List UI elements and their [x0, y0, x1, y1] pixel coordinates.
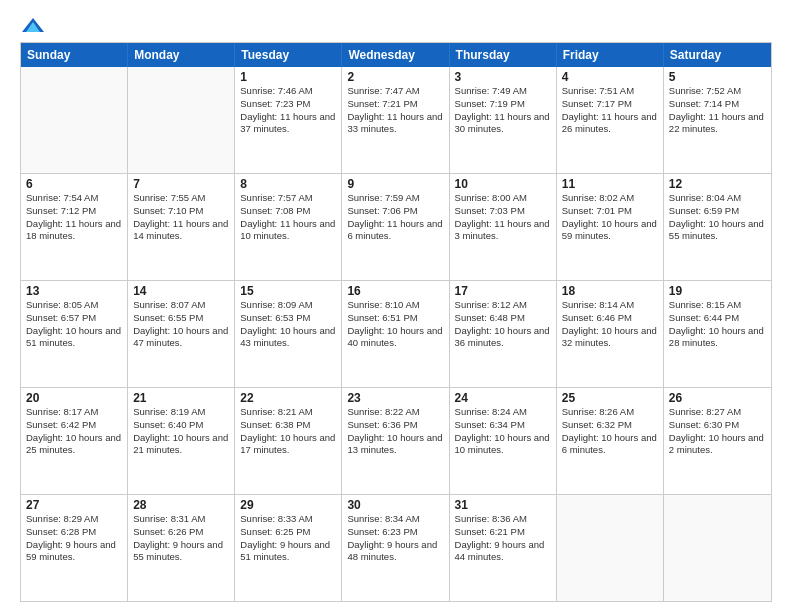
day-info: Sunrise: 8:31 AM Sunset: 6:26 PM Dayligh… — [133, 513, 229, 564]
page: SundayMondayTuesdayWednesdayThursdayFrid… — [0, 0, 792, 612]
calendar-cell: 17Sunrise: 8:12 AM Sunset: 6:48 PM Dayli… — [450, 281, 557, 387]
calendar-cell: 2Sunrise: 7:47 AM Sunset: 7:21 PM Daylig… — [342, 67, 449, 173]
day-number: 6 — [26, 177, 122, 191]
calendar-cell: 15Sunrise: 8:09 AM Sunset: 6:53 PM Dayli… — [235, 281, 342, 387]
day-info: Sunrise: 8:12 AM Sunset: 6:48 PM Dayligh… — [455, 299, 551, 350]
day-info: Sunrise: 8:24 AM Sunset: 6:34 PM Dayligh… — [455, 406, 551, 457]
day-number: 4 — [562, 70, 658, 84]
day-number: 25 — [562, 391, 658, 405]
calendar-body: 1Sunrise: 7:46 AM Sunset: 7:23 PM Daylig… — [21, 67, 771, 601]
day-info: Sunrise: 7:47 AM Sunset: 7:21 PM Dayligh… — [347, 85, 443, 136]
day-info: Sunrise: 7:59 AM Sunset: 7:06 PM Dayligh… — [347, 192, 443, 243]
day-info: Sunrise: 8:05 AM Sunset: 6:57 PM Dayligh… — [26, 299, 122, 350]
calendar-cell: 28Sunrise: 8:31 AM Sunset: 6:26 PM Dayli… — [128, 495, 235, 601]
day-info: Sunrise: 8:09 AM Sunset: 6:53 PM Dayligh… — [240, 299, 336, 350]
day-info: Sunrise: 7:52 AM Sunset: 7:14 PM Dayligh… — [669, 85, 766, 136]
calendar-cell: 27Sunrise: 8:29 AM Sunset: 6:28 PM Dayli… — [21, 495, 128, 601]
day-info: Sunrise: 7:55 AM Sunset: 7:10 PM Dayligh… — [133, 192, 229, 243]
calendar-cell: 16Sunrise: 8:10 AM Sunset: 6:51 PM Dayli… — [342, 281, 449, 387]
calendar-cell: 22Sunrise: 8:21 AM Sunset: 6:38 PM Dayli… — [235, 388, 342, 494]
day-number: 31 — [455, 498, 551, 512]
calendar-cell: 10Sunrise: 8:00 AM Sunset: 7:03 PM Dayli… — [450, 174, 557, 280]
day-number: 26 — [669, 391, 766, 405]
day-number: 8 — [240, 177, 336, 191]
day-info: Sunrise: 8:04 AM Sunset: 6:59 PM Dayligh… — [669, 192, 766, 243]
day-number: 11 — [562, 177, 658, 191]
day-info: Sunrise: 7:54 AM Sunset: 7:12 PM Dayligh… — [26, 192, 122, 243]
day-number: 13 — [26, 284, 122, 298]
day-number: 5 — [669, 70, 766, 84]
calendar-cell: 9Sunrise: 7:59 AM Sunset: 7:06 PM Daylig… — [342, 174, 449, 280]
calendar-cell: 25Sunrise: 8:26 AM Sunset: 6:32 PM Dayli… — [557, 388, 664, 494]
header-day-tuesday: Tuesday — [235, 43, 342, 67]
calendar-cell: 26Sunrise: 8:27 AM Sunset: 6:30 PM Dayli… — [664, 388, 771, 494]
logo-icon — [22, 18, 44, 34]
logo — [20, 16, 44, 34]
header-day-sunday: Sunday — [21, 43, 128, 67]
day-number: 19 — [669, 284, 766, 298]
header-day-saturday: Saturday — [664, 43, 771, 67]
header-day-monday: Monday — [128, 43, 235, 67]
day-info: Sunrise: 8:27 AM Sunset: 6:30 PM Dayligh… — [669, 406, 766, 457]
day-number: 9 — [347, 177, 443, 191]
day-number: 21 — [133, 391, 229, 405]
day-info: Sunrise: 7:57 AM Sunset: 7:08 PM Dayligh… — [240, 192, 336, 243]
calendar-cell: 20Sunrise: 8:17 AM Sunset: 6:42 PM Dayli… — [21, 388, 128, 494]
header-day-friday: Friday — [557, 43, 664, 67]
calendar-cell: 12Sunrise: 8:04 AM Sunset: 6:59 PM Dayli… — [664, 174, 771, 280]
calendar-row-2: 6Sunrise: 7:54 AM Sunset: 7:12 PM Daylig… — [21, 173, 771, 280]
calendar-cell: 14Sunrise: 8:07 AM Sunset: 6:55 PM Dayli… — [128, 281, 235, 387]
calendar-cell: 5Sunrise: 7:52 AM Sunset: 7:14 PM Daylig… — [664, 67, 771, 173]
calendar-cell: 11Sunrise: 8:02 AM Sunset: 7:01 PM Dayli… — [557, 174, 664, 280]
day-number: 29 — [240, 498, 336, 512]
calendar-cell: 1Sunrise: 7:46 AM Sunset: 7:23 PM Daylig… — [235, 67, 342, 173]
day-info: Sunrise: 8:36 AM Sunset: 6:21 PM Dayligh… — [455, 513, 551, 564]
day-info: Sunrise: 7:46 AM Sunset: 7:23 PM Dayligh… — [240, 85, 336, 136]
calendar-row-4: 20Sunrise: 8:17 AM Sunset: 6:42 PM Dayli… — [21, 387, 771, 494]
day-info: Sunrise: 8:00 AM Sunset: 7:03 PM Dayligh… — [455, 192, 551, 243]
day-number: 18 — [562, 284, 658, 298]
header-day-thursday: Thursday — [450, 43, 557, 67]
calendar-cell: 7Sunrise: 7:55 AM Sunset: 7:10 PM Daylig… — [128, 174, 235, 280]
calendar-cell: 19Sunrise: 8:15 AM Sunset: 6:44 PM Dayli… — [664, 281, 771, 387]
day-number: 23 — [347, 391, 443, 405]
calendar-row-5: 27Sunrise: 8:29 AM Sunset: 6:28 PM Dayli… — [21, 494, 771, 601]
calendar-row-1: 1Sunrise: 7:46 AM Sunset: 7:23 PM Daylig… — [21, 67, 771, 173]
calendar-row-3: 13Sunrise: 8:05 AM Sunset: 6:57 PM Dayli… — [21, 280, 771, 387]
calendar-cell: 4Sunrise: 7:51 AM Sunset: 7:17 PM Daylig… — [557, 67, 664, 173]
day-info: Sunrise: 7:49 AM Sunset: 7:19 PM Dayligh… — [455, 85, 551, 136]
day-info: Sunrise: 8:33 AM Sunset: 6:25 PM Dayligh… — [240, 513, 336, 564]
calendar-cell: 3Sunrise: 7:49 AM Sunset: 7:19 PM Daylig… — [450, 67, 557, 173]
day-number: 3 — [455, 70, 551, 84]
day-number: 22 — [240, 391, 336, 405]
day-number: 24 — [455, 391, 551, 405]
calendar-cell — [557, 495, 664, 601]
day-number: 28 — [133, 498, 229, 512]
header-day-wednesday: Wednesday — [342, 43, 449, 67]
calendar-cell: 30Sunrise: 8:34 AM Sunset: 6:23 PM Dayli… — [342, 495, 449, 601]
day-number: 12 — [669, 177, 766, 191]
header — [20, 16, 772, 34]
calendar-cell: 24Sunrise: 8:24 AM Sunset: 6:34 PM Dayli… — [450, 388, 557, 494]
day-info: Sunrise: 8:02 AM Sunset: 7:01 PM Dayligh… — [562, 192, 658, 243]
day-number: 7 — [133, 177, 229, 191]
day-info: Sunrise: 8:10 AM Sunset: 6:51 PM Dayligh… — [347, 299, 443, 350]
calendar-cell: 6Sunrise: 7:54 AM Sunset: 7:12 PM Daylig… — [21, 174, 128, 280]
day-number: 15 — [240, 284, 336, 298]
day-number: 14 — [133, 284, 229, 298]
calendar-cell: 8Sunrise: 7:57 AM Sunset: 7:08 PM Daylig… — [235, 174, 342, 280]
day-number: 10 — [455, 177, 551, 191]
day-info: Sunrise: 8:15 AM Sunset: 6:44 PM Dayligh… — [669, 299, 766, 350]
day-info: Sunrise: 8:29 AM Sunset: 6:28 PM Dayligh… — [26, 513, 122, 564]
day-number: 17 — [455, 284, 551, 298]
day-info: Sunrise: 8:34 AM Sunset: 6:23 PM Dayligh… — [347, 513, 443, 564]
day-info: Sunrise: 8:17 AM Sunset: 6:42 PM Dayligh… — [26, 406, 122, 457]
day-info: Sunrise: 8:21 AM Sunset: 6:38 PM Dayligh… — [240, 406, 336, 457]
day-info: Sunrise: 8:07 AM Sunset: 6:55 PM Dayligh… — [133, 299, 229, 350]
calendar-cell: 21Sunrise: 8:19 AM Sunset: 6:40 PM Dayli… — [128, 388, 235, 494]
calendar-cell: 18Sunrise: 8:14 AM Sunset: 6:46 PM Dayli… — [557, 281, 664, 387]
day-number: 1 — [240, 70, 336, 84]
day-info: Sunrise: 8:19 AM Sunset: 6:40 PM Dayligh… — [133, 406, 229, 457]
calendar: SundayMondayTuesdayWednesdayThursdayFrid… — [20, 42, 772, 602]
calendar-cell: 31Sunrise: 8:36 AM Sunset: 6:21 PM Dayli… — [450, 495, 557, 601]
